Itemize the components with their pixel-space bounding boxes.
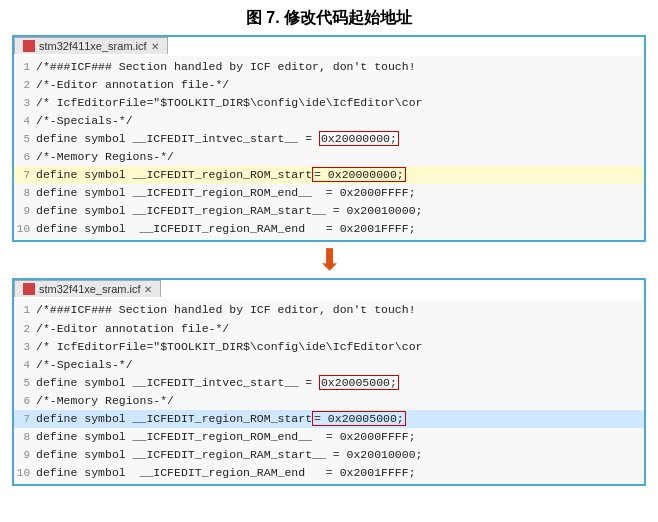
line-content: define symbol __ICFEDIT_region_RAM_start… <box>36 446 644 464</box>
table-row: 3/* IcfEditorFile="$TOOLKIT_DIR$\config\… <box>14 94 644 112</box>
line-number: 2 <box>14 77 36 94</box>
line-number: 2 <box>14 321 36 338</box>
line-content: define symbol __ICFEDIT_intvec_start__ =… <box>36 130 644 148</box>
panel-2-tab[interactable]: stm32f41xe_sram.icf ✕ <box>14 280 161 297</box>
line-content: define symbol __ICFEDIT_region_RAM_end =… <box>36 220 644 238</box>
table-row: 1/*###ICF### Section handled by ICF edit… <box>14 301 644 319</box>
table-row: 1/*###ICF### Section handled by ICF edit… <box>14 58 644 76</box>
line-content: /*-Specials-*/ <box>36 112 644 130</box>
code-body-2: 1/*###ICF### Section handled by ICF edit… <box>14 299 644 483</box>
close-icon-1[interactable]: ✕ <box>151 41 159 52</box>
line-number: 8 <box>14 429 36 446</box>
line-content: define symbol __ICFEDIT_region_RAM_end =… <box>36 464 644 482</box>
table-row: 4/*-Specials-*/ <box>14 356 644 374</box>
table-row: 10define symbol __ICFEDIT_region_RAM_end… <box>14 220 644 238</box>
line-number: 1 <box>14 59 36 76</box>
line-content: /* IcfEditorFile="$TOOLKIT_DIR$\config\i… <box>36 338 644 356</box>
line-number: 4 <box>14 357 36 374</box>
line-content: define symbol __ICFEDIT_region_ROM_start… <box>36 410 644 428</box>
line-number: 8 <box>14 185 36 202</box>
line-content: /*###ICF### Section handled by ICF edito… <box>36 301 644 319</box>
line-number: 7 <box>14 167 36 184</box>
code-panel-1: stm32f411xe_sram.icf ✕ 1/*###ICF### Sect… <box>12 35 646 242</box>
table-row: 7define symbol __ICFEDIT_region_ROM_star… <box>14 166 644 184</box>
table-row: 5define symbol __ICFEDIT_intvec_start__ … <box>14 374 644 392</box>
table-row: 6/*-Memory Regions-*/ <box>14 148 644 166</box>
highlight-value: = 0x20000000; <box>312 167 406 182</box>
line-number: 1 <box>14 302 36 319</box>
line-content: /* IcfEditorFile="$TOOLKIT_DIR$\config\i… <box>36 94 644 112</box>
highlight-value: 0x20000000; <box>319 131 399 146</box>
close-icon-2[interactable]: ✕ <box>144 284 152 295</box>
arrow-container: ⬇ <box>0 242 658 278</box>
table-row: 10define symbol __ICFEDIT_region_RAM_end… <box>14 464 644 482</box>
table-row: 9define symbol __ICFEDIT_region_RAM_star… <box>14 446 644 464</box>
line-number: 9 <box>14 447 36 464</box>
table-row: 2/*-Editor annotation file-*/ <box>14 76 644 94</box>
highlight-value: 0x20005000; <box>319 375 399 390</box>
page-title: 图 7. 修改代码起始地址 <box>0 0 658 35</box>
line-content: define symbol __ICFEDIT_region_RAM_start… <box>36 202 644 220</box>
table-row: 3/* IcfEditorFile="$TOOLKIT_DIR$\config\… <box>14 338 644 356</box>
tab-icon-2 <box>23 283 35 295</box>
line-number: 3 <box>14 95 36 112</box>
line-content: /*-Editor annotation file-*/ <box>36 76 644 94</box>
line-content: /*###ICF### Section handled by ICF edito… <box>36 58 644 76</box>
table-row: 6/*-Memory Regions-*/ <box>14 392 644 410</box>
panel-1-tab[interactable]: stm32f411xe_sram.icf ✕ <box>14 37 168 54</box>
line-number: 6 <box>14 393 36 410</box>
line-content: /*-Memory Regions-*/ <box>36 148 644 166</box>
tab-icon-1 <box>23 40 35 52</box>
table-row: 2/*-Editor annotation file-*/ <box>14 320 644 338</box>
line-content: /*-Specials-*/ <box>36 356 644 374</box>
down-arrow-icon: ⬇ <box>317 245 342 275</box>
table-row: 8define symbol __ICFEDIT_region_ROM_end_… <box>14 184 644 202</box>
line-content: /*-Memory Regions-*/ <box>36 392 644 410</box>
line-number: 6 <box>14 149 36 166</box>
panel-2-tab-label: stm32f41xe_sram.icf <box>39 283 140 295</box>
line-number: 4 <box>14 113 36 130</box>
table-row: 4/*-Specials-*/ <box>14 112 644 130</box>
line-number: 3 <box>14 339 36 356</box>
line-number: 5 <box>14 375 36 392</box>
code-panel-2: stm32f41xe_sram.icf ✕ 1/*###ICF### Secti… <box>12 278 646 485</box>
line-content: define symbol __ICFEDIT_region_ROM_end__… <box>36 428 644 446</box>
panel-1-tab-label: stm32f411xe_sram.icf <box>39 40 147 52</box>
line-content: define symbol __ICFEDIT_region_ROM_start… <box>36 166 644 184</box>
line-number: 5 <box>14 131 36 148</box>
table-row: 9define symbol __ICFEDIT_region_RAM_star… <box>14 202 644 220</box>
line-number: 10 <box>14 465 36 482</box>
line-content: define symbol __ICFEDIT_region_ROM_end__… <box>36 184 644 202</box>
line-number: 7 <box>14 411 36 428</box>
table-row: 5define symbol __ICFEDIT_intvec_start__ … <box>14 130 644 148</box>
table-row: 7define symbol __ICFEDIT_region_ROM_star… <box>14 410 644 428</box>
line-content: define symbol __ICFEDIT_intvec_start__ =… <box>36 374 644 392</box>
line-number: 10 <box>14 221 36 238</box>
table-row: 8define symbol __ICFEDIT_region_ROM_end_… <box>14 428 644 446</box>
line-number: 9 <box>14 203 36 220</box>
line-content: /*-Editor annotation file-*/ <box>36 320 644 338</box>
highlight-value: = 0x20005000; <box>312 411 406 426</box>
code-body-1: 1/*###ICF### Section handled by ICF edit… <box>14 56 644 240</box>
